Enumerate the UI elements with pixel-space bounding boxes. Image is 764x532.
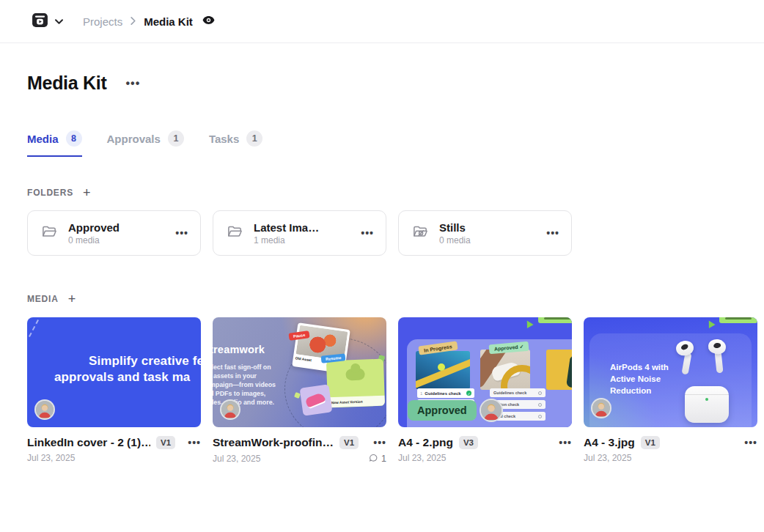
new-asset-card: New Asset Version bbox=[326, 359, 385, 408]
folder-overflow-menu[interactable]: ••• bbox=[175, 227, 188, 239]
media-card-a4-3: AirPods 4 with Active Noise Reduction A4… bbox=[584, 317, 757, 465]
app-logo-icon bbox=[32, 13, 48, 30]
page-title: Media Kit bbox=[27, 73, 106, 94]
uploader-avatar bbox=[34, 399, 55, 420]
comment-count[interactable]: 1 bbox=[369, 453, 386, 465]
version-badge: V1 bbox=[339, 436, 359, 449]
add-folder-button[interactable]: + bbox=[83, 186, 91, 199]
folder-hidden-icon bbox=[412, 223, 429, 243]
thumb-caption-line: AirPods 4 with bbox=[610, 361, 669, 373]
folder-name: Stills bbox=[439, 221, 471, 234]
radio-icon bbox=[538, 415, 542, 418]
chevron-down-icon bbox=[54, 15, 64, 28]
top-bar: Projects Media Kit bbox=[0, 0, 764, 43]
media-date: Jul 23, 2025 bbox=[213, 454, 260, 464]
collab-cursor-label bbox=[719, 317, 757, 323]
tab-approvals-count: 1 bbox=[168, 130, 184, 147]
thumb-caption: AirPods 4 with Active Noise Reduction bbox=[610, 361, 669, 396]
page-overflow-menu[interactable]: ••• bbox=[125, 77, 140, 90]
thumb-body-line: l assets in your bbox=[213, 372, 276, 381]
media-section-label: MEDIA bbox=[27, 294, 59, 304]
checklist-row: Guidelines check bbox=[490, 388, 546, 397]
folder-card-latest-images[interactable]: Latest Ima… 1 media ••• bbox=[213, 210, 386, 256]
folder-grid: Approved 0 media ••• Latest Ima… 1 media… bbox=[27, 210, 754, 256]
media-thumbnail[interactable]: AirPods 4 with Active Noise Reduction bbox=[584, 317, 757, 427]
uploader-avatar bbox=[591, 398, 611, 418]
media-date: Jul 23, 2025 bbox=[27, 453, 75, 463]
tab-bar: Media 8 Approvals 1 Tasks 1 bbox=[27, 130, 754, 157]
folder-meta: 0 media bbox=[68, 235, 120, 245]
approver-avatar bbox=[480, 399, 503, 422]
comment-bubble-icon bbox=[369, 453, 378, 465]
shoe-photo bbox=[480, 350, 530, 390]
radio-icon bbox=[538, 403, 542, 407]
media-grid: Simplify creative fee approvals and task… bbox=[27, 317, 754, 465]
watch-toggle[interactable] bbox=[202, 13, 216, 30]
workspace-switcher[interactable] bbox=[32, 13, 64, 30]
thumb-text-line: approvals and task ma bbox=[54, 370, 190, 385]
folder-open-icon bbox=[41, 223, 58, 243]
media-date: Jul 23, 2025 bbox=[584, 453, 631, 463]
breadcrumb-current: Media Kit bbox=[144, 15, 193, 28]
folder-card-approved[interactable]: Approved 0 media ••• bbox=[27, 210, 201, 256]
eye-icon bbox=[202, 13, 216, 30]
folder-card-stills[interactable]: Stills 0 media ••• bbox=[398, 210, 572, 256]
folder-name: Latest Ima… bbox=[254, 221, 319, 234]
thumb-caption-line: Active Noise bbox=[610, 373, 669, 385]
uploader-avatar bbox=[220, 399, 240, 420]
thumb-body-line: llect fast sign-off on bbox=[213, 363, 276, 372]
collab-cursor-icon bbox=[705, 319, 715, 328]
version-badge: V1 bbox=[641, 436, 660, 449]
tab-tasks-label: Tasks bbox=[209, 133, 239, 145]
version-badge: V3 bbox=[459, 436, 478, 449]
check-icon: ✓ bbox=[466, 391, 471, 396]
tennis-photo bbox=[416, 351, 470, 389]
media-card-streamwork-proofing: treamwork llect fast sign-off on l asset… bbox=[213, 317, 386, 465]
tab-media-label: Media bbox=[27, 133, 59, 145]
approved-status-overlay: Approved bbox=[408, 400, 477, 421]
add-media-button[interactable]: + bbox=[68, 292, 76, 306]
media-title: StreamWork-proofin… bbox=[213, 436, 334, 449]
tab-approvals-label: Approvals bbox=[107, 133, 161, 145]
checklist-label: Guidelines check bbox=[493, 391, 526, 395]
collab-cursor-icon bbox=[524, 319, 533, 328]
media-title: A4 - 2.png bbox=[398, 436, 453, 449]
main-content: Media Kit ••• Media 8 Approvals 1 Tasks … bbox=[0, 73, 764, 465]
media-thumbnail[interactable]: In Progress Approved ✓ 1 Guidelines chec… bbox=[398, 317, 572, 427]
media-thumbnail[interactable]: treamwork llect fast sign-off on l asset… bbox=[213, 317, 386, 427]
media-overflow-menu[interactable]: ••• bbox=[188, 437, 201, 448]
thumb-body-text: llect fast sign-off on l assets in your … bbox=[213, 363, 276, 407]
media-date: Jul 23, 2025 bbox=[398, 453, 446, 463]
media-thumbnail[interactable]: Simplify creative fee approvals and task… bbox=[27, 317, 201, 427]
new-asset-label: New Asset Version bbox=[328, 396, 385, 408]
collab-cursor-label bbox=[538, 317, 572, 323]
checklist-number: 1 bbox=[420, 391, 422, 396]
folder-overflow-menu[interactable]: ••• bbox=[546, 227, 559, 239]
tab-media-count: 8 bbox=[66, 130, 82, 147]
tab-media[interactable]: Media 8 bbox=[27, 130, 82, 157]
third-photo bbox=[546, 350, 572, 390]
sneaker-card bbox=[300, 384, 333, 415]
folders-section-label: FOLDERS bbox=[27, 188, 73, 198]
cloud-upload-icon bbox=[345, 369, 365, 381]
checklist-row: 1 Guidelines check ✓ bbox=[417, 388, 474, 398]
folder-meta: 1 media bbox=[254, 235, 319, 245]
media-title: LinkedIn cover - 2 (1)… bbox=[27, 436, 150, 449]
folder-open-icon bbox=[227, 223, 243, 243]
media-card-a4-2: In Progress Approved ✓ 1 Guidelines chec… bbox=[398, 317, 572, 465]
version-badge: V1 bbox=[156, 436, 175, 449]
thumb-caption-line: Reduction bbox=[610, 385, 669, 396]
media-overflow-menu[interactable]: ••• bbox=[559, 437, 572, 448]
airpods-image bbox=[673, 338, 743, 423]
breadcrumb-projects[interactable]: Projects bbox=[83, 15, 122, 28]
tab-tasks[interactable]: Tasks 1 bbox=[209, 130, 262, 157]
tab-tasks-count: 1 bbox=[246, 130, 262, 147]
media-overflow-menu[interactable]: ••• bbox=[744, 437, 757, 448]
folder-overflow-menu[interactable]: ••• bbox=[361, 227, 374, 239]
tab-approvals[interactable]: Approvals 1 bbox=[107, 130, 184, 157]
folder-meta: 0 media bbox=[439, 235, 471, 245]
comment-count-value: 1 bbox=[381, 454, 386, 464]
chevron-right-icon bbox=[130, 15, 136, 28]
media-overflow-menu[interactable]: ••• bbox=[373, 437, 386, 448]
media-card-linkedin-cover: Simplify creative fee approvals and task… bbox=[27, 317, 201, 465]
